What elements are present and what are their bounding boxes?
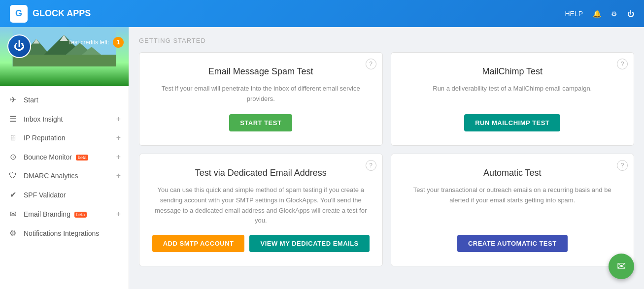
spf-icon: ✔ xyxy=(8,190,18,199)
logo-text: GLOCK APPS xyxy=(33,8,91,19)
sidebar-item-spf[interactable]: ✔ SPF Validator xyxy=(0,185,129,204)
email-spam-title: Email Message Spam Test xyxy=(208,66,313,77)
sidebar: ⏻ Test credits left: 1 ✈ Start ☰ Inbox I… xyxy=(0,27,129,289)
automatic-help-icon[interactable]: ? xyxy=(617,160,628,171)
section-title: GETTING STARTED xyxy=(139,37,634,44)
automatic-title: Automatic Test xyxy=(483,168,542,178)
bounce-icon: ⊙ xyxy=(8,152,18,161)
dmarc-expand-icon[interactable]: + xyxy=(116,171,121,180)
credits-value: 1 xyxy=(113,37,124,48)
inbox-expand-icon[interactable]: + xyxy=(116,115,121,124)
sidebar-item-ip-reputation[interactable]: 🖥 IP Reputation + xyxy=(0,128,129,147)
reputation-expand-icon[interactable]: + xyxy=(116,133,121,142)
power-icon[interactable]: ⏻ xyxy=(627,10,634,18)
automatic-description: Test your transactional or outreach emai… xyxy=(403,185,622,226)
sidebar-item-email-branding[interactable]: ✉ Email Branding beta + xyxy=(0,204,129,224)
topnav-actions: HELP 🔔 ⚙ ⏻ xyxy=(565,10,634,18)
logo: G GLOCK APPS xyxy=(10,5,565,23)
branding-icon: ✉ xyxy=(8,209,18,219)
credits-label: Test credits left: xyxy=(68,39,109,46)
sidebar-item-dmarc[interactable]: 🛡 DMARC Analytics + xyxy=(0,166,129,185)
bounce-expand-icon[interactable]: + xyxy=(116,153,121,161)
sidebar-label-start: Start xyxy=(24,96,121,104)
inbox-icon: ☰ xyxy=(8,114,18,124)
dedicated-title: Test via Dedicated Email Address xyxy=(195,168,327,178)
floating-chat-button[interactable]: ✉ xyxy=(609,254,634,279)
mailchimp-help-icon[interactable]: ? xyxy=(617,59,628,69)
sidebar-label-reputation: IP Reputation xyxy=(24,134,110,142)
sidebar-profile: ⏻ Test credits left: 1 xyxy=(0,27,129,86)
sidebar-label-spf: SPF Validator xyxy=(24,191,121,199)
bounce-beta-badge: beta xyxy=(76,155,89,161)
sidebar-item-bounce-monitor[interactable]: ⊙ Bounce Monitor beta + xyxy=(0,147,129,166)
sidebar-label-dmarc: DMARC Analytics xyxy=(24,172,110,180)
layout: ⏻ Test credits left: 1 ✈ Start ☰ Inbox I… xyxy=(0,27,644,289)
dedicated-buttons: ADD SMTP ACCOUNT VIEW MY DEDICATED EMAIL… xyxy=(152,235,370,252)
notifications-icon: ⚙ xyxy=(8,228,18,238)
dedicated-help-icon[interactable]: ? xyxy=(366,160,376,171)
logo-icon: G xyxy=(10,5,28,23)
sidebar-item-start[interactable]: ✈ Start xyxy=(0,90,129,109)
chat-icon: ✉ xyxy=(617,260,626,273)
dmarc-icon: 🛡 xyxy=(8,171,18,180)
sidebar-label-notifications: Notifications Integrations xyxy=(24,229,121,237)
card-dedicated-email: ? Test via Dedicated Email Address You c… xyxy=(139,154,383,266)
email-spam-description: Test if your email will penetrate into t… xyxy=(151,84,371,105)
run-mailchimp-button[interactable]: RUN MAILCHIMP TEST xyxy=(464,114,560,131)
card-email-spam-test: ? Email Message Spam Test Test if your e… xyxy=(139,52,383,146)
cards-grid: ? Email Message Spam Test Test if your e… xyxy=(139,52,634,266)
email-spam-help-icon[interactable]: ? xyxy=(366,59,376,69)
settings-icon[interactable]: ⚙ xyxy=(611,10,617,18)
help-link[interactable]: HELP xyxy=(565,10,583,18)
sidebar-nav: ✈ Start ☰ Inbox Insight + 🖥 IP Reputatio… xyxy=(0,86,129,247)
sidebar-item-notifications[interactable]: ⚙ Notifications Integrations xyxy=(0,224,129,243)
view-dedicated-emails-button[interactable]: VIEW MY DEDICATED EMAILS xyxy=(249,235,369,252)
main-content: GETTING STARTED ? Email Message Spam Tes… xyxy=(129,27,644,289)
mailchimp-title: MailChimp Test xyxy=(482,66,542,77)
test-credits: Test credits left: 1 xyxy=(68,37,124,48)
sidebar-label-branding: Email Branding beta xyxy=(24,210,110,218)
card-automatic-test: ? Automatic Test Test your transactional… xyxy=(391,154,635,266)
sidebar-label-bounce: Bounce Monitor beta xyxy=(24,153,110,161)
branding-beta-badge: beta xyxy=(74,212,87,218)
bell-icon[interactable]: 🔔 xyxy=(593,10,601,18)
dedicated-description: You can use this quick and simple method… xyxy=(151,185,371,226)
branding-expand-icon[interactable]: + xyxy=(116,210,121,219)
topnav: G GLOCK APPS HELP 🔔 ⚙ ⏻ xyxy=(0,0,644,27)
start-icon: ✈ xyxy=(8,95,18,104)
mailchimp-description: Run a deliverability test of a MailChimp… xyxy=(433,84,592,105)
svg-rect-5 xyxy=(13,55,116,66)
start-test-button[interactable]: START TEST xyxy=(229,114,292,131)
card-mailchimp-test: ? MailChimp Test Run a deliverability te… xyxy=(391,52,635,146)
avatar: ⏻ xyxy=(7,34,31,58)
create-automatic-test-button[interactable]: CREATE AUTOMATIC TEST xyxy=(457,235,568,252)
sidebar-item-inbox-insight[interactable]: ☰ Inbox Insight + xyxy=(0,109,129,128)
reputation-icon: 🖥 xyxy=(8,133,18,142)
add-smtp-button[interactable]: ADD SMTP ACCOUNT xyxy=(152,235,245,252)
sidebar-label-inbox: Inbox Insight xyxy=(24,115,110,123)
